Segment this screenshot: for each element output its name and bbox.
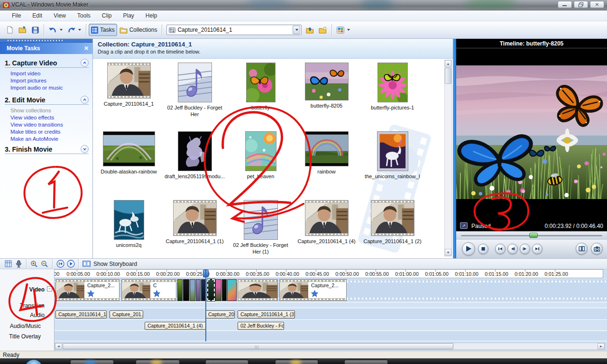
close-button[interactable]: ✕ [590, 1, 604, 8]
collection-combobox[interactable]: Capture_20110614_1 [166, 25, 302, 35]
collection-item[interactable]: 02 Jeff Buckley - Forget Her [162, 61, 228, 129]
collection-item[interactable]: Capture_20110614_1 [96, 61, 162, 129]
open-project-button[interactable] [16, 24, 29, 36]
redo-button[interactable] [65, 24, 83, 36]
title-overlay-track[interactable] [55, 332, 607, 341]
collection-item[interactable]: rainbow [294, 129, 359, 198]
timeline-clip[interactable] [196, 279, 201, 301]
timeline-audio-clip[interactable]: Capture_20... [205, 310, 235, 318]
collection-item[interactable]: Capture_20110614_1 (2) [359, 198, 425, 258]
task-link-import-pictures[interactable]: Import pictures [5, 77, 89, 84]
chevron-down-icon[interactable] [81, 145, 89, 153]
skip-to-end-button[interactable] [532, 244, 543, 254]
stop-button[interactable] [478, 244, 488, 254]
scroll-up-arrow[interactable]: ▲ [445, 60, 451, 67]
menu-item-help[interactable]: Help [140, 11, 163, 20]
collection-item[interactable]: Capture_20110614_1 (4) [294, 198, 359, 258]
rewind-timeline-icon[interactable] [55, 259, 65, 268]
menu-item-tools[interactable]: Tools [72, 11, 96, 20]
menu-item-edit[interactable]: Edit [27, 11, 47, 20]
take-picture-button[interactable] [591, 243, 603, 255]
split-clip-button[interactable] [576, 243, 588, 255]
views-dropdown-caret[interactable] [347, 29, 350, 31]
combo-dropdown-arrow[interactable] [293, 26, 300, 34]
play-button[interactable] [462, 242, 475, 255]
timeline-music-clip[interactable]: 02 Jeff Buckley - Forget ... [238, 322, 284, 330]
collection-item[interactable]: pet_heaven [228, 129, 294, 198]
audio-music-track[interactable]: Capture_20110614_1 (4)02 Jeff Buckley - … [55, 321, 607, 331]
fullscreen-icon[interactable]: ↗ [460, 222, 468, 229]
transition-track[interactable] [55, 302, 607, 308]
scroll-right-arrow[interactable]: ► [598, 343, 605, 349]
new-collection-folder-button[interactable] [316, 24, 329, 36]
timeline-audio-clip[interactable]: Capture_201... [110, 310, 143, 318]
task-link-import-audio-or-music[interactable]: Import audio or music [5, 84, 89, 91]
zoom-out-icon[interactable] [39, 259, 50, 268]
menu-item-file[interactable]: File [7, 11, 26, 20]
timeline-video-clip[interactable] [238, 279, 278, 301]
start-orb[interactable] [25, 359, 43, 364]
timeline-clip[interactable] [215, 279, 221, 301]
save-project-button[interactable] [29, 24, 41, 36]
seek-thumb[interactable] [529, 233, 538, 238]
scroll-down-arrow[interactable]: ▼ [445, 249, 451, 256]
collection-item[interactable]: 02 Jeff Buckley - Forget Her (1) [228, 198, 294, 258]
collection-item[interactable]: butterfly-8205 [294, 61, 359, 129]
scroll-left-arrow[interactable]: ◄ [55, 343, 62, 349]
previous-frame-button[interactable] [507, 244, 518, 254]
seek-bar[interactable] [456, 231, 607, 240]
minimize-button[interactable] [558, 1, 572, 8]
timeline-clip[interactable] [227, 279, 237, 301]
taskbar-button[interactable] [205, 360, 248, 364]
collection-vertical-scrollbar[interactable]: ▲ ▼ [444, 60, 452, 256]
collection-item[interactable]: butterfly-pictures-1 [359, 61, 425, 129]
timeline-music-clip[interactable]: Capture_20110614_1 (4) [145, 322, 206, 330]
narrate-timeline-icon[interactable] [13, 259, 24, 268]
undo-dropdown-caret[interactable] [60, 29, 63, 31]
timeline-clip[interactable] [183, 279, 189, 301]
play-timeline-icon[interactable] [65, 259, 76, 268]
timeline-video-clip[interactable]: C [121, 279, 176, 301]
timeline-ruler[interactable]: 00.000:00:05.000:00:10.000:00:15.000:00:… [45, 269, 603, 278]
next-frame-button[interactable] [520, 244, 530, 254]
collection-item[interactable]: Double-alaskan-rainbow [96, 129, 162, 198]
task-link-make-an-automovie[interactable]: Make an AutoMovie [5, 135, 89, 142]
timeline-audio-clip[interactable]: Capture_20110614_1 (3) [238, 310, 295, 318]
timeline-view-icon[interactable] [3, 259, 13, 268]
task-link-import-video[interactable]: Import video [5, 70, 89, 77]
zoom-in-icon[interactable] [29, 259, 39, 268]
collection-item[interactable]: unicorns2q [96, 198, 162, 258]
taskbar-button[interactable] [344, 360, 388, 364]
collection-item[interactable]: draft_lens2051199modu... [162, 129, 228, 198]
chevron-up-icon[interactable] [81, 59, 89, 67]
back-to-start-button[interactable] [495, 244, 506, 254]
collection-item[interactable]: the_unicorns_rainbow_I [359, 129, 425, 198]
hscroll-thumb[interactable]: ||| [63, 343, 453, 349]
collection-item[interactable]: butterfly [228, 61, 294, 129]
undo-button[interactable] [46, 24, 65, 36]
scrollbar-thumb[interactable] [445, 68, 451, 84]
video-track[interactable]: Capture_2...CCapture_2... [55, 279, 607, 301]
task-link-view-video-transitions[interactable]: View video transitions [5, 121, 89, 128]
task-pane-close-icon[interactable]: ✕ [84, 45, 89, 52]
task-link-view-video-effects[interactable]: View video effects [5, 114, 89, 121]
menu-item-clip[interactable]: Clip [97, 11, 117, 20]
timeline-video-clip[interactable]: Capture_2... [279, 279, 347, 301]
collections-button[interactable]: Collections [117, 24, 160, 36]
restore-button[interactable] [574, 1, 588, 8]
audio-track[interactable]: Capture_20110614_1Capture_201...Capture_… [55, 309, 607, 320]
collapse-video-track-icon[interactable]: − [47, 286, 52, 291]
timeline-audio-clip[interactable]: Capture_20110614_1 [55, 310, 107, 318]
timeline-video-clip[interactable]: Capture_2... [55, 279, 120, 301]
timeline-clip-selected[interactable] [207, 279, 215, 301]
redo-dropdown-caret[interactable] [78, 29, 81, 31]
menu-item-play[interactable]: Play [118, 11, 139, 20]
pane-drag-handle[interactable] [0, 39, 92, 43]
tasks-button[interactable]: Tasks [89, 24, 117, 36]
pane-splitter[interactable] [453, 39, 456, 258]
timeline-clip[interactable] [177, 279, 183, 301]
windows-taskbar[interactable] [0, 358, 607, 364]
menu-item-view[interactable]: View [48, 11, 71, 20]
new-project-button[interactable] [4, 24, 16, 36]
timeline-clip[interactable] [222, 279, 227, 301]
